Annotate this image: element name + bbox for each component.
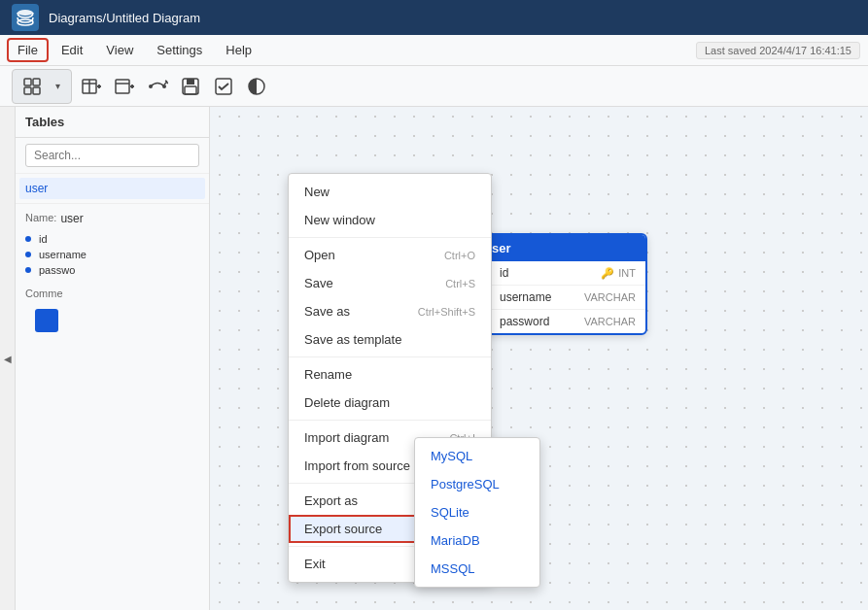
menu-help[interactable]: Help xyxy=(216,39,261,61)
submenu-postgresql[interactable]: PostgreSQL xyxy=(415,470,539,498)
menu-item-save-shortcut: Ctrl+S xyxy=(445,278,475,289)
field-username-item[interactable]: username xyxy=(25,247,199,262)
validate-icon[interactable] xyxy=(210,73,237,100)
field-type-username: VARCHAR xyxy=(584,291,636,303)
menu-item-save-as[interactable]: Save as Ctrl+Shift+S xyxy=(289,297,491,325)
sidebar-item-user[interactable]: user xyxy=(19,178,205,199)
menu-item-export-as-label: Export as xyxy=(304,493,358,508)
menu-edit[interactable]: Edit xyxy=(52,39,92,61)
table-grid-icon[interactable] xyxy=(18,73,46,100)
svg-rect-11 xyxy=(116,80,129,93)
menu-item-import-diagram-label: Import diagram xyxy=(304,430,389,445)
menu-separator-2 xyxy=(289,356,491,357)
name-property-row: Name: user xyxy=(25,212,199,225)
diagram-row-password[interactable]: password VARCHAR xyxy=(474,310,645,333)
menu-item-save-template-label: Save as template xyxy=(304,332,401,347)
svg-point-15 xyxy=(149,85,153,88)
menu-item-save-template[interactable]: Save as template xyxy=(289,325,491,354)
field-id-item[interactable]: id xyxy=(25,231,199,247)
svg-rect-5 xyxy=(33,87,40,94)
tables-sidebar-header: Tables xyxy=(16,107,209,138)
menu-item-rename-label: Rename xyxy=(304,367,352,382)
menu-item-export-source-label: Export source xyxy=(304,522,382,536)
menu-item-save-as-shortcut: Ctrl+Shift+S xyxy=(418,306,475,318)
chevron-down-icon[interactable]: ▾ xyxy=(50,73,65,100)
connect-icon[interactable] xyxy=(144,73,171,100)
sidebar-search-container xyxy=(16,138,209,174)
menu-separator-1 xyxy=(289,237,491,238)
field-type-password: VARCHAR xyxy=(584,316,636,327)
menu-item-open-label: Open xyxy=(304,248,335,262)
table-list: user xyxy=(16,174,209,203)
menu-item-save[interactable]: Save Ctrl+S xyxy=(289,269,491,297)
app-logo xyxy=(12,4,39,31)
diagram-canvas[interactable]: user id 🔑 INT username VARCHAR password … xyxy=(210,107,868,610)
comment-label: Comme xyxy=(25,288,63,299)
menu-item-rename[interactable]: Rename xyxy=(289,360,491,389)
titlebar-title: Diagrams/Untitled Diagram xyxy=(49,11,200,25)
submenu-mysql[interactable]: MySQL xyxy=(415,442,539,470)
svg-rect-2 xyxy=(24,79,31,85)
menu-item-delete-diagram-label: Delete diagram xyxy=(304,395,390,410)
menu-item-new-window[interactable]: New window xyxy=(289,206,491,234)
field-password-label: passwo xyxy=(35,264,199,276)
main-area: ◀ Tables user Name: user id xyxy=(0,107,868,610)
field-name-id: id xyxy=(500,266,601,280)
submenu-sqlite[interactable]: SQLite xyxy=(415,498,539,526)
properties-section: Name: user id username passwo xyxy=(16,203,209,348)
diagram-table-user[interactable]: user id 🔑 INT username VARCHAR password … xyxy=(472,233,647,335)
menu-item-open-shortcut: Ctrl+O xyxy=(444,250,475,261)
save-icon[interactable] xyxy=(177,73,204,100)
titlebar: Diagrams/Untitled Diagram xyxy=(0,0,868,35)
field-id-label: id xyxy=(35,233,199,245)
add-view-icon[interactable] xyxy=(111,73,138,100)
menu-view[interactable]: View xyxy=(96,39,143,61)
add-table-icon[interactable] xyxy=(78,73,105,100)
submenu-mssql[interactable]: MSSQL xyxy=(415,555,539,583)
sidebar-collapse-button[interactable]: ◀ xyxy=(0,107,16,610)
svg-rect-4 xyxy=(24,87,31,94)
fields-list: id username passwo xyxy=(25,231,199,278)
menu-item-new-label: New xyxy=(304,185,330,199)
menu-item-delete-diagram[interactable]: Delete diagram xyxy=(289,389,491,417)
field-name-password: password xyxy=(500,315,584,328)
menu-item-open[interactable]: Open Ctrl+O xyxy=(289,241,491,269)
diagram-table-header: user xyxy=(474,235,645,261)
menu-item-new[interactable]: New xyxy=(289,178,491,206)
tables-sidebar: Tables user Name: user id us xyxy=(16,107,210,610)
svg-rect-3 xyxy=(33,79,40,85)
field-type-id: INT xyxy=(618,267,636,279)
svg-point-16 xyxy=(162,85,166,88)
last-saved-label: Last saved 2024/4/17 16:41:15 xyxy=(696,42,860,59)
svg-point-0 xyxy=(17,10,33,16)
menu-item-save-as-label: Save as xyxy=(304,304,350,319)
menu-item-save-label: Save xyxy=(304,276,333,290)
field-username-label: username xyxy=(35,249,199,260)
field-password-item[interactable]: passwo xyxy=(25,262,199,278)
theme-icon[interactable] xyxy=(243,73,270,100)
menu-item-new-window-label: New window xyxy=(304,213,375,227)
toolbar: ▾ xyxy=(0,66,868,107)
toolbar-table-group: ▾ xyxy=(12,69,72,104)
menu-item-exit-label: Exit xyxy=(304,557,326,571)
search-input[interactable] xyxy=(25,144,199,167)
menu-separator-3 xyxy=(289,420,491,421)
export-source-submenu: MySQL PostgreSQL SQLite MariaDB MSSQL xyxy=(414,437,540,588)
name-label: Name: xyxy=(25,212,56,223)
tables-sidebar-title: Tables xyxy=(25,115,64,129)
menu-item-import-source-label: Import from source xyxy=(304,458,410,473)
key-icon-id: 🔑 xyxy=(601,267,614,280)
diagram-row-id[interactable]: id 🔑 INT xyxy=(474,261,645,286)
submenu-mariadb[interactable]: MariaDB xyxy=(415,526,539,555)
svg-rect-22 xyxy=(185,86,196,94)
field-name-username: username xyxy=(500,290,584,304)
menubar: File Edit View Settings Help Last saved … xyxy=(0,35,868,66)
name-value: user xyxy=(60,212,83,225)
menu-file[interactable]: File xyxy=(8,39,48,61)
comment-color-box xyxy=(35,309,58,332)
svg-rect-21 xyxy=(187,79,194,85)
menu-settings[interactable]: Settings xyxy=(147,39,212,61)
diagram-row-username[interactable]: username VARCHAR xyxy=(474,286,645,310)
